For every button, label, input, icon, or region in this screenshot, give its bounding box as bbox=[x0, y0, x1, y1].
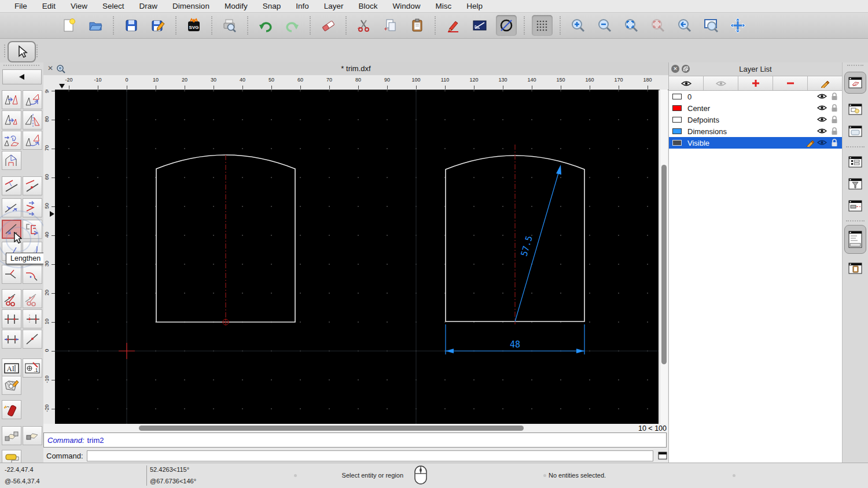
explode-tool[interactable] bbox=[2, 400, 21, 419]
drawing-canvas[interactable]: 57.5 48 bbox=[55, 90, 659, 424]
layer-row-center[interactable]: Center bbox=[669, 102, 842, 114]
layer-visibility-icon[interactable] bbox=[817, 116, 827, 124]
layer-row-defpoints[interactable]: Defpoints bbox=[669, 114, 842, 125]
add-layer-button[interactable] bbox=[738, 76, 773, 90]
layer-lock-icon[interactable] bbox=[831, 116, 838, 125]
menu-draw[interactable]: Draw bbox=[132, 2, 165, 10]
layer-color-swatch[interactable] bbox=[672, 105, 682, 111]
remove-layer-button[interactable] bbox=[773, 76, 808, 90]
edit-hatch-tool[interactable] bbox=[2, 376, 21, 395]
modify-trim-tool[interactable] bbox=[2, 176, 21, 195]
toggle-selection-filter-button[interactable] bbox=[844, 173, 866, 195]
layer-row-0[interactable]: 0 bbox=[669, 91, 842, 102]
modify-divide-tool[interactable] bbox=[2, 309, 21, 328]
menu-view[interactable]: View bbox=[63, 2, 95, 10]
print-preview-button[interactable] bbox=[219, 15, 240, 36]
modify-rotate-two-tool[interactable] bbox=[23, 131, 42, 150]
layer-lock-icon[interactable] bbox=[831, 127, 838, 137]
menu-modify[interactable]: Modify bbox=[217, 2, 255, 10]
block-edit-tool[interactable] bbox=[2, 426, 21, 445]
modify-revert-direction-tool[interactable] bbox=[2, 151, 21, 170]
layer-visibility-icon[interactable] bbox=[817, 139, 827, 147]
copy-button[interactable] bbox=[380, 15, 401, 36]
layer-lock-icon[interactable] bbox=[831, 139, 838, 149]
block-create-tool[interactable] bbox=[23, 426, 42, 445]
cut-button[interactable] bbox=[354, 15, 374, 36]
menu-window[interactable]: Window bbox=[385, 2, 428, 10]
show-all-layers-button[interactable] bbox=[669, 76, 704, 90]
toggle-library-browser-button[interactable] bbox=[844, 120, 866, 142]
menu-help[interactable]: Help bbox=[459, 2, 490, 10]
line-tool-button[interactable] bbox=[469, 15, 490, 36]
delete-button[interactable] bbox=[318, 15, 339, 36]
edit-layer-button[interactable] bbox=[808, 76, 842, 90]
edit-dimension-tool[interactable]: .1 bbox=[23, 358, 42, 378]
menu-layer[interactable]: Layer bbox=[317, 2, 351, 10]
grid-toggle-button[interactable] bbox=[532, 15, 553, 36]
horizontal-scrollbar-thumb[interactable] bbox=[139, 426, 524, 431]
open-document-button[interactable] bbox=[85, 15, 106, 36]
layer-visibility-icon[interactable] bbox=[817, 93, 827, 101]
modify-stretch-tool[interactable] bbox=[2, 198, 21, 217]
paint-format-tool[interactable] bbox=[2, 450, 21, 463]
edit-text-tool[interactable]: Al bbox=[2, 358, 21, 378]
command-dock-button[interactable] bbox=[657, 451, 668, 461]
modify-shrink-tool[interactable] bbox=[2, 330, 21, 349]
pan-button[interactable] bbox=[727, 15, 748, 36]
layer-visibility-icon[interactable] bbox=[817, 104, 827, 113]
zoom-window-button[interactable] bbox=[701, 15, 722, 36]
toggle-command-line-button[interactable] bbox=[844, 225, 866, 254]
modify-lengthen-tool[interactable] bbox=[2, 220, 21, 239]
vertical-scrollbar[interactable] bbox=[660, 90, 668, 424]
menu-file[interactable]: File bbox=[7, 2, 35, 10]
toggle-layer-list-button[interactable] bbox=[844, 72, 866, 94]
zoom-previous-button[interactable] bbox=[648, 15, 668, 36]
zoom-out-button[interactable] bbox=[594, 15, 615, 36]
menu-dimension[interactable]: Dimension bbox=[165, 2, 217, 10]
modify-rotate-tool[interactable] bbox=[23, 90, 42, 109]
modify-bend-tool[interactable] bbox=[23, 198, 42, 217]
paste-button[interactable] bbox=[407, 15, 428, 36]
redo-button[interactable] bbox=[282, 15, 303, 36]
zoom-auto-button[interactable] bbox=[621, 15, 642, 36]
save-button[interactable] bbox=[121, 15, 142, 36]
menu-snap[interactable]: Snap bbox=[255, 2, 289, 10]
zoom-in-button[interactable] bbox=[568, 15, 589, 36]
modify-cut-tool[interactable] bbox=[2, 289, 21, 308]
layer-color-swatch[interactable] bbox=[672, 117, 682, 123]
toggle-laser-pointer-button[interactable] bbox=[844, 195, 866, 217]
palette-back-button[interactable] bbox=[2, 69, 42, 84]
panel-float-button[interactable] bbox=[682, 65, 690, 73]
layer-lock-icon[interactable] bbox=[831, 93, 838, 102]
modify-trim-two-tool[interactable] bbox=[23, 176, 42, 195]
diagonal-dimension[interactable]: 57.5 bbox=[515, 165, 561, 321]
modify-move-rotate-tool[interactable] bbox=[2, 131, 21, 150]
hide-all-layers-button[interactable] bbox=[704, 76, 738, 90]
modify-cut-quick-tool[interactable] bbox=[23, 289, 42, 308]
menu-info[interactable]: Info bbox=[288, 2, 317, 10]
save-as-button[interactable] bbox=[148, 15, 168, 36]
width-dimension[interactable]: 48 bbox=[446, 324, 584, 354]
toggle-clipboard-panel-button[interactable] bbox=[844, 257, 866, 279]
layer-edit-icon[interactable] bbox=[806, 139, 814, 149]
panel-close-button[interactable]: ✕ bbox=[671, 65, 679, 73]
vertical-scrollbar-thumb[interactable] bbox=[661, 165, 667, 364]
svg-export-button[interactable]: SVG bbox=[183, 15, 204, 36]
layer-color-swatch[interactable] bbox=[672, 128, 682, 134]
modify-divide-two-tool[interactable] bbox=[23, 309, 42, 328]
toggle-entity-list-button[interactable] bbox=[844, 151, 866, 173]
modify-bevel-tool[interactable] bbox=[2, 265, 21, 284]
layer-color-swatch[interactable] bbox=[672, 140, 682, 146]
modify-mirror-tool[interactable] bbox=[23, 110, 42, 130]
circle-tool-button[interactable] bbox=[496, 15, 517, 36]
undo-button[interactable] bbox=[255, 15, 276, 36]
command-input[interactable] bbox=[87, 450, 654, 461]
modify-scale-tool[interactable] bbox=[2, 110, 21, 130]
toggle-block-list-button[interactable] bbox=[844, 98, 866, 120]
menu-edit[interactable]: Edit bbox=[35, 2, 63, 10]
layer-row-dimensions[interactable]: Dimensions bbox=[669, 125, 842, 137]
selection-pointer-button[interactable] bbox=[8, 41, 36, 62]
new-document-button[interactable] bbox=[58, 15, 79, 36]
layer-visibility-icon[interactable] bbox=[817, 127, 827, 136]
zoom-back-button[interactable] bbox=[674, 15, 695, 36]
